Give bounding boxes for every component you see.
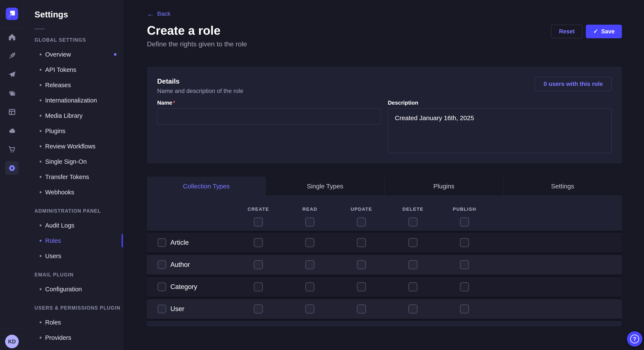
category-delete-checkbox[interactable] xyxy=(408,282,418,291)
sidebar-item-plugins[interactable]: Plugins xyxy=(24,123,123,139)
sidebar-item-internationalization[interactable]: Internationalization xyxy=(24,93,123,108)
home-icon xyxy=(8,33,16,41)
row-select-checkbox-article[interactable] xyxy=(158,238,166,247)
permission-cell xyxy=(439,305,490,313)
rail-item-settings-gear[interactable] xyxy=(0,159,24,177)
select-all-read-checkbox[interactable] xyxy=(306,217,314,226)
sidebar-item-audit-logs[interactable]: Audit Logs xyxy=(24,218,123,233)
category-create-checkbox[interactable] xyxy=(254,282,263,291)
subnav-section: EMAIL PLUGINConfiguration xyxy=(24,268,123,297)
sidebar-item-users[interactable]: Users xyxy=(24,248,123,264)
users-with-role-button[interactable]: 0 users with this role xyxy=(535,77,612,91)
settings-gear-icon xyxy=(8,164,16,172)
table-row-user: User xyxy=(147,299,622,319)
back-link[interactable]: ← Back xyxy=(147,10,170,17)
permission-cell xyxy=(387,282,439,291)
sidebar-item-overview[interactable]: Overview xyxy=(24,47,123,62)
user-update-checkbox[interactable] xyxy=(357,305,366,313)
required-asterisk: * xyxy=(173,100,175,106)
user-create-checkbox[interactable] xyxy=(254,305,263,313)
permission-cell xyxy=(439,282,490,291)
check-icon: ✓ xyxy=(593,28,598,34)
article-delete-checkbox[interactable] xyxy=(408,238,418,247)
author-create-checkbox[interactable] xyxy=(254,260,263,269)
rail-item-home[interactable] xyxy=(0,28,24,46)
subnav-section-label: ADMINISTRATION PANEL xyxy=(24,204,123,218)
user-publish-checkbox[interactable] xyxy=(460,305,469,313)
sidebar-item-roles[interactable]: Roles xyxy=(24,315,123,330)
permission-cell xyxy=(232,282,284,291)
author-read-checkbox[interactable] xyxy=(306,260,314,269)
save-button[interactable]: ✓ Save xyxy=(586,25,622,38)
tab-plugins[interactable]: Plugins xyxy=(384,177,503,196)
reset-button[interactable]: Reset xyxy=(551,25,583,38)
column-header-publish: Publish xyxy=(439,206,490,212)
deploy-cloud-icon xyxy=(8,127,16,135)
sidebar-item-media-library[interactable]: Media Library xyxy=(24,108,123,123)
permission-cell xyxy=(439,260,490,269)
rail-item-media-library-pictures[interactable] xyxy=(0,84,24,103)
sidebar-item-label: Review Workflows xyxy=(45,143,96,150)
tab-settings[interactable]: Settings xyxy=(503,177,622,196)
sidebar-item-single-sign-on[interactable]: Single Sign-On xyxy=(24,154,123,169)
sidebar-item-label: Plugins xyxy=(45,128,66,135)
rail-item-release-paper-plane[interactable] xyxy=(0,65,24,84)
column-header-create: Create xyxy=(232,206,284,212)
row-select-checkbox-user[interactable] xyxy=(158,305,166,313)
avatar[interactable]: KD xyxy=(5,335,19,348)
article-read-checkbox[interactable] xyxy=(306,238,314,247)
tab-collection-types[interactable]: Collection Types xyxy=(147,177,266,196)
permission-cell xyxy=(232,260,284,269)
select-all-publish-checkbox[interactable] xyxy=(460,217,469,226)
sidebar-item-label: Roles xyxy=(45,237,61,244)
rail-item-content-type-builder-layout[interactable] xyxy=(0,103,24,121)
row-select-checkbox-category[interactable] xyxy=(158,283,166,291)
sidebar-item-label: Transfer Tokens xyxy=(45,174,89,180)
permission-cell xyxy=(387,260,439,269)
category-update-checkbox[interactable] xyxy=(357,282,366,291)
article-create-checkbox[interactable] xyxy=(254,238,263,247)
row-label: User xyxy=(170,305,184,313)
rail-item-deploy-cloud[interactable] xyxy=(0,121,24,140)
user-read-checkbox[interactable] xyxy=(306,305,314,313)
checkbox-cell xyxy=(284,217,336,226)
sidebar-item-configuration[interactable]: Configuration xyxy=(24,282,123,297)
description-field[interactable]: Created January 16th, 2025 xyxy=(388,108,612,153)
select-all-delete-checkbox[interactable] xyxy=(408,217,418,226)
article-publish-checkbox[interactable] xyxy=(460,238,469,247)
article-update-checkbox[interactable] xyxy=(357,238,366,247)
tab-single-types[interactable]: Single Types xyxy=(266,177,384,196)
name-field[interactable] xyxy=(157,108,381,125)
sidebar-item-roles[interactable]: Roles xyxy=(24,233,123,248)
help-button[interactable]: ? xyxy=(627,331,642,347)
sidebar-item-api-tokens[interactable]: API Tokens xyxy=(24,62,123,77)
sidebar-item-review-workflows[interactable]: Review Workflows xyxy=(24,139,123,154)
row-name-cell: Author xyxy=(147,260,232,269)
author-update-checkbox[interactable] xyxy=(357,260,366,269)
sidebar-item-transfer-tokens[interactable]: Transfer Tokens xyxy=(24,169,123,184)
subnav-section-label: USERS & PERMISSIONS PLUGIN xyxy=(24,301,123,315)
sidebar-item-releases[interactable]: Releases xyxy=(24,77,123,93)
permissions-table-header: CreateReadUpdateDeletePublish xyxy=(147,196,622,231)
permission-cell xyxy=(284,305,336,313)
author-publish-checkbox[interactable] xyxy=(460,260,469,269)
rail-item-marketplace-cart[interactable] xyxy=(0,140,24,159)
permission-cell xyxy=(336,282,387,291)
subnav-section: USERS & PERMISSIONS PLUGINRolesProviders xyxy=(24,301,123,345)
back-label: Back xyxy=(157,10,170,17)
strapi-logo[interactable] xyxy=(6,8,18,20)
select-all-update-checkbox[interactable] xyxy=(357,217,366,226)
category-read-checkbox[interactable] xyxy=(306,282,314,291)
category-publish-checkbox[interactable] xyxy=(460,282,469,291)
select-all-create-checkbox[interactable] xyxy=(254,217,263,226)
row-select-checkbox-author[interactable] xyxy=(158,260,166,269)
column-header-read: Read xyxy=(284,206,336,212)
permission-cell xyxy=(336,260,387,269)
sidebar-item-label: Configuration xyxy=(45,286,82,293)
author-delete-checkbox[interactable] xyxy=(408,260,418,269)
sidebar-item-providers[interactable]: Providers xyxy=(24,330,123,345)
row-label: Author xyxy=(170,261,190,269)
rail-item-content-manager-feather[interactable] xyxy=(0,46,24,65)
user-delete-checkbox[interactable] xyxy=(408,305,418,313)
sidebar-item-webhooks[interactable]: Webhooks xyxy=(24,184,123,200)
